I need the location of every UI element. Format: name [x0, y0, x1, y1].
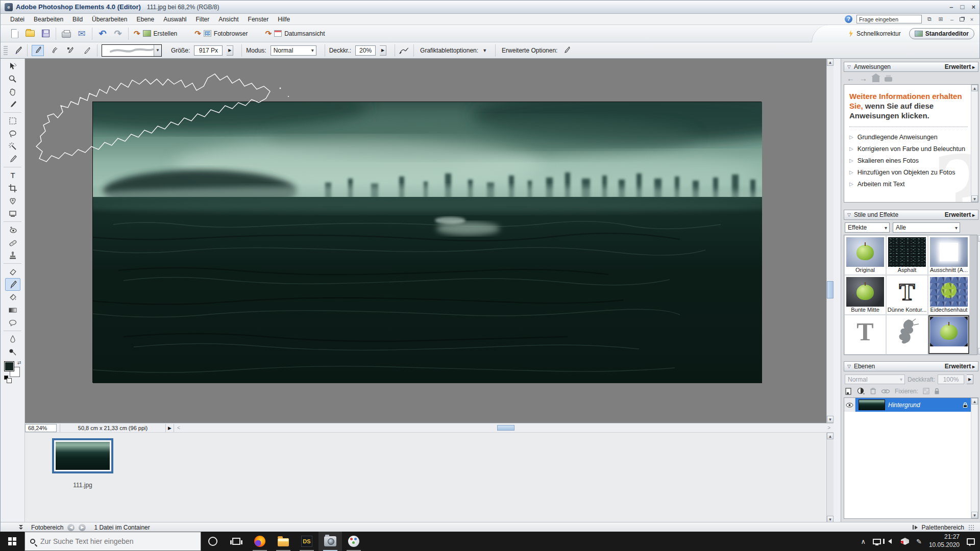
- gradient-tool[interactable]: [5, 304, 20, 316]
- shape-tool[interactable]: [5, 316, 20, 329]
- chevron-down-icon[interactable]: ▼: [154, 45, 161, 56]
- doc-close-button[interactable]: ×: [968, 16, 975, 22]
- effect-text-t[interactable]: T: [844, 315, 886, 355]
- palettenbereich-label[interactable]: Palettenbereich: [922, 524, 964, 531]
- effect-ausschnitt[interactable]: Ausschnitt (A...: [928, 235, 970, 275]
- document-workspace[interactable]: ▲ ▼: [25, 59, 834, 423]
- undo-icon[interactable]: ↶: [97, 29, 108, 39]
- effect-original[interactable]: Original: [844, 235, 886, 275]
- ebenen-panel-header[interactable]: ▽ Ebenen Erweitert: [844, 361, 978, 371]
- move-tool[interactable]: [5, 60, 20, 72]
- hscroll-left-icon[interactable]: <: [174, 425, 183, 431]
- zoom-tool[interactable]: [5, 72, 20, 85]
- print-page-icon[interactable]: [885, 77, 892, 82]
- collapse-triangle-icon[interactable]: ▽: [847, 364, 851, 369]
- instruction-item[interactable]: ▷Arbeiten mit Text: [849, 178, 968, 190]
- instruction-item[interactable]: ▷Korrigieren von Farbe und Beleuchtun: [849, 143, 968, 155]
- collapse-photobin-icon[interactable]: [19, 525, 23, 530]
- taskbar-search[interactable]: [24, 532, 201, 551]
- horizontal-scrollbar[interactable]: [183, 424, 824, 432]
- fotobereich-label[interactable]: Fotobereich: [31, 524, 63, 531]
- network-icon[interactable]: [873, 539, 881, 544]
- save-icon[interactable]: [40, 29, 51, 39]
- blend-mode-select[interactable]: Normal: [845, 374, 905, 384]
- menu-fenster[interactable]: Fenster: [243, 15, 274, 24]
- home-icon[interactable]: [872, 77, 879, 82]
- effect-eidechsenhaut[interactable]: Eidechsenhaut: [928, 275, 970, 315]
- menu-ueberarbeiten[interactable]: Überarbeiten: [87, 15, 132, 24]
- blur-tool[interactable]: [5, 333, 20, 345]
- firefox-button[interactable]: [248, 532, 272, 551]
- scroll-up-icon[interactable]: ▲: [971, 85, 978, 91]
- layer-row-hintergrund[interactable]: Hintergrund: [844, 398, 978, 412]
- color-replacement-button[interactable]: [64, 45, 77, 56]
- vertical-scrollbar[interactable]: ▲ ▼: [826, 59, 834, 423]
- tray-chevron-icon[interactable]: ∧: [861, 538, 866, 545]
- erweitert-button[interactable]: Erweitert: [945, 363, 975, 370]
- new-file-icon[interactable]: [10, 29, 20, 39]
- cascade-windows-icon[interactable]: ⧉: [926, 16, 933, 22]
- size-input[interactable]: 917 Px: [194, 45, 223, 56]
- erweitert-button[interactable]: Erweitert: [945, 211, 975, 218]
- cookie-cutter-tool[interactable]: [5, 194, 20, 207]
- brush-tool[interactable]: [5, 278, 20, 291]
- canvas-image[interactable]: [92, 102, 762, 383]
- vscroll-thumb[interactable]: [827, 281, 834, 298]
- share-email-icon[interactable]: ✉: [77, 29, 87, 39]
- opacity-slider-button[interactable]: ▶: [380, 45, 386, 56]
- erweitert-button[interactable]: Erweitert: [945, 63, 975, 70]
- scroll-down-icon[interactable]: ▼: [827, 416, 834, 423]
- stile-panel-header[interactable]: ▽ Stile und Effekte Erweitert: [844, 210, 978, 220]
- pen-tray-icon[interactable]: ✎: [916, 538, 922, 545]
- effect-selected-apple[interactable]: [928, 315, 970, 355]
- search-input[interactable]: [40, 537, 178, 545]
- close-button[interactable]: ×: [971, 3, 975, 11]
- tile-windows-icon[interactable]: ⊞: [937, 16, 944, 22]
- layer-name[interactable]: Hintergrund: [888, 402, 963, 409]
- effect-asphalt[interactable]: Asphalt: [886, 235, 928, 275]
- start-button[interactable]: [0, 532, 24, 551]
- open-file-icon[interactable]: [25, 29, 35, 39]
- explorer-button[interactable]: [272, 532, 295, 551]
- advanced-brush-icon[interactable]: [561, 45, 572, 56]
- effect-filter-select[interactable]: Alle: [893, 222, 960, 233]
- print-icon[interactable]: [61, 29, 71, 39]
- anweisungen-scrollbar[interactable]: ▲ ▼: [971, 85, 978, 202]
- task-view-button[interactable]: [225, 532, 248, 551]
- scroll-up-icon[interactable]: ▲: [971, 398, 978, 405]
- selection-brush-tool[interactable]: [5, 153, 20, 165]
- brush-variant-button[interactable]: [32, 45, 44, 56]
- photobin-scrollbar[interactable]: ▲ ▼: [826, 433, 834, 522]
- impressionist-brush-button[interactable]: [48, 45, 60, 56]
- scroll-up-icon[interactable]: ▲: [827, 433, 834, 439]
- swap-colors-icon[interactable]: ⇄: [17, 360, 21, 365]
- clone-stamp-tool[interactable]: [5, 249, 20, 262]
- collapse-triangle-icon[interactable]: ▽: [847, 64, 851, 69]
- help-icon[interactable]: ?: [845, 15, 852, 23]
- mode-select[interactable]: Normal: [271, 45, 316, 56]
- effect-category-select[interactable]: Effekte: [845, 222, 890, 233]
- taskbar-clock[interactable]: 21:27 10.05.2020: [929, 533, 960, 549]
- scroll-down-icon[interactable]: ▼: [971, 195, 978, 202]
- pencil-variant-button[interactable]: [81, 45, 93, 56]
- straighten-tool[interactable]: [5, 207, 20, 220]
- menu-filter[interactable]: Filter: [191, 15, 214, 24]
- action-center-icon[interactable]: [967, 538, 975, 545]
- datumsansicht-button[interactable]: ↷ Datumsansicht: [265, 29, 325, 38]
- layers-scrollbar[interactable]: ▲ ▼: [971, 398, 978, 518]
- effect-bunte-mitte[interactable]: Bunte Mitte: [844, 275, 886, 315]
- scroll-up-icon[interactable]: ▲: [978, 235, 980, 242]
- photoshop-elements-button[interactable]: [318, 532, 342, 551]
- lasso-tool[interactable]: [5, 127, 20, 140]
- schnellkorrektur-button[interactable]: Schnellkorrektur: [843, 29, 906, 39]
- speaker-icon[interactable]: [888, 539, 892, 544]
- maximize-button[interactable]: □: [961, 3, 965, 11]
- foreground-color-swatch[interactable]: [4, 361, 14, 371]
- scroll-up-icon[interactable]: ▲: [827, 59, 834, 66]
- red-eye-tool[interactable]: [5, 223, 20, 236]
- type-tool[interactable]: T: [5, 169, 20, 182]
- question-input[interactable]: [856, 15, 922, 23]
- hscroll-thumb[interactable]: [497, 425, 514, 431]
- minimize-button[interactable]: –: [949, 3, 953, 11]
- tablet-options-label[interactable]: Grafiktablettoptionen:: [420, 47, 478, 54]
